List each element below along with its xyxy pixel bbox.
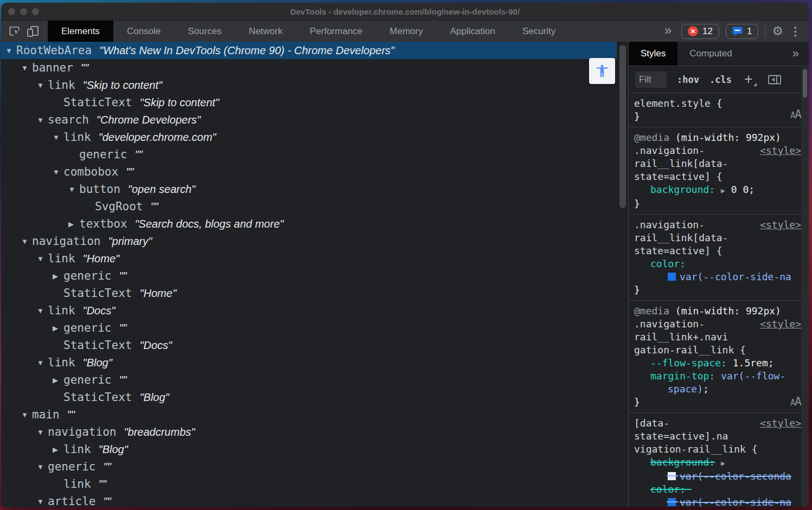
tree-row-link[interactable]: link"": [1, 475, 628, 493]
font-editor-icon[interactable]: AA: [790, 395, 801, 409]
tree-row-link[interactable]: ▼link"Skip to content": [1, 76, 628, 94]
settings-gear-icon[interactable]: ⚙: [772, 25, 783, 37]
tree-row-textbox[interactable]: ▶textbox"Search docs, blogs and more": [1, 215, 628, 233]
expand-arrow-icon[interactable]: ▼: [21, 237, 32, 246]
tree-row-svgroot[interactable]: SvgRoot"": [1, 198, 628, 215]
tab-console[interactable]: Console: [113, 21, 174, 42]
tree-scrollbar[interactable]: [617, 42, 628, 507]
expand-shorthand-icon[interactable]: ▶: [721, 186, 725, 195]
css-property[interactable]: margin-top:: [650, 370, 715, 382]
tree-row-article[interactable]: ▼article"": [1, 493, 628, 507]
tree-row-navigation[interactable]: ▼navigation"breadcrumbs": [1, 423, 628, 441]
tree-row-statictext[interactable]: StaticText"Skip to content": [1, 94, 628, 111]
css-var-link[interactable]: var(--color-seconda: [680, 470, 791, 482]
color-swatch[interactable]: [668, 273, 676, 281]
css-selector[interactable]: .navigation-: [634, 318, 705, 330]
expand-arrow-icon[interactable]: ▶: [53, 324, 63, 332]
css-property[interactable]: background:: [650, 456, 715, 468]
expand-arrow-icon[interactable]: ▼: [37, 255, 48, 263]
expand-arrow-icon[interactable]: ▼: [5, 47, 16, 55]
css-property[interactable]: background:: [650, 184, 715, 195]
issues-badge[interactable]: 1: [726, 24, 758, 39]
tree-row-link[interactable]: ▼link"developer.chrome.com": [1, 128, 628, 146]
color-swatch[interactable]: [668, 498, 676, 506]
sidebar-more-tabs-icon[interactable]: »: [792, 42, 809, 66]
tree-row-generic[interactable]: ▶generic"": [1, 267, 628, 285]
tab-security[interactable]: Security: [509, 21, 569, 42]
css-var-link[interactable]: var(--flow-: [721, 370, 785, 382]
expand-arrow-icon[interactable]: ▼: [53, 133, 63, 141]
minimize-button[interactable]: [20, 8, 27, 15]
css-value[interactable]: }: [634, 111, 640, 122]
inspect-element-icon[interactable]: [5, 21, 23, 42]
expand-arrow-icon[interactable]: ▼: [68, 185, 79, 193]
accessibility-toggle-button[interactable]: [589, 58, 615, 84]
css-value[interactable]: ;: [703, 383, 709, 395]
css-selector[interactable]: state=active] {: [634, 245, 723, 256]
css-selector[interactable]: rail__link+.navi: [634, 331, 728, 343]
tree-row-button[interactable]: ▼button"open search": [1, 180, 628, 198]
sidebar-tab-styles[interactable]: Styles: [629, 42, 677, 66]
tree-row-link[interactable]: ▼link"Home": [1, 250, 628, 267]
style-source-link[interactable]: <style>: [760, 318, 801, 331]
tab-sources[interactable]: Sources: [174, 21, 235, 42]
css-value[interactable]: 0 0;: [725, 184, 755, 195]
css-value[interactable]: 1.5rem;: [727, 357, 774, 369]
expand-arrow-icon[interactable]: ▶: [68, 220, 79, 228]
css-selector[interactable]: [data-: [634, 417, 669, 429]
tree-row-statictext[interactable]: StaticText"Blog": [1, 389, 628, 406]
tree-row-combobox[interactable]: ▼combobox"": [1, 163, 628, 180]
zoom-button[interactable]: [32, 8, 39, 15]
css-selector[interactable]: state=active].na: [634, 430, 728, 442]
css-value[interactable]: [715, 456, 721, 468]
css-value[interactable]: [715, 370, 721, 382]
expand-arrow-icon[interactable]: ▼: [37, 81, 48, 89]
color-swatch[interactable]: [668, 472, 676, 480]
error-badge[interactable]: ✕ 12: [681, 24, 719, 39]
tree-row-generic[interactable]: ▼generic"": [1, 458, 628, 475]
expand-shorthand-icon[interactable]: ▶: [721, 459, 725, 467]
menu-dots-icon[interactable]: ⋮: [790, 25, 801, 37]
css-var-link[interactable]: var(--color-side-na: [680, 271, 791, 282]
css-selector[interactable]: rail__link[data-: [634, 158, 728, 169]
font-editor-icon[interactable]: AA: [790, 108, 801, 122]
toggle-element-state-button[interactable]: :hov: [677, 74, 699, 85]
tree-row-search[interactable]: ▼search"Chrome Developers": [1, 111, 628, 128]
expand-arrow-icon[interactable]: ▼: [37, 463, 48, 471]
css-selector[interactable]: rail__link[data-: [634, 232, 728, 243]
expand-arrow-icon[interactable]: ▼: [37, 498, 48, 506]
tree-row-navigation[interactable]: ▼navigation"primary": [1, 233, 628, 250]
expand-arrow-icon[interactable]: ▶: [53, 272, 63, 280]
expand-arrow-icon[interactable]: ▼: [37, 116, 48, 124]
css-selector[interactable]: vigation-rail__link {: [634, 443, 758, 455]
style-source-link[interactable]: <style>: [760, 417, 801, 430]
tree-row-rootwebarea[interactable]: ▼RootWebArea"What's New In DevTools (Chr…: [1, 42, 628, 59]
element-classes-button[interactable]: .cls: [709, 74, 732, 85]
tree-row-link[interactable]: ▶link"Blog": [1, 441, 628, 458]
tree-scrollbar-thumb[interactable]: [619, 45, 626, 208]
css-value[interactable]: }: [634, 284, 640, 295]
css-value[interactable]: [715, 184, 721, 195]
css-property[interactable]: --flow-space:: [650, 357, 727, 369]
styles-scrollbar-thumb[interactable]: [803, 69, 807, 98]
new-style-rule-button[interactable]: +: [744, 72, 757, 87]
device-toolbar-icon[interactable]: [23, 21, 42, 42]
toggle-sidebar-icon[interactable]: [768, 75, 782, 85]
tab-network[interactable]: Network: [235, 21, 296, 42]
css-var-link[interactable]: var(--color-side-na: [680, 496, 791, 507]
expand-arrow-icon[interactable]: ▼: [21, 411, 32, 419]
css-selector[interactable]: gation-rail__link {: [634, 344, 746, 356]
styles-scrollbar[interactable]: [801, 67, 809, 507]
tree-row-generic[interactable]: ▶generic"": [1, 371, 628, 389]
css-selector[interactable]: element.style: [634, 98, 711, 109]
expand-arrow-icon[interactable]: ▶: [53, 446, 63, 454]
tree-row-generic[interactable]: generic"": [1, 146, 628, 163]
expand-arrow-icon[interactable]: ▼: [53, 168, 63, 176]
tree-row-main[interactable]: ▼main"": [1, 406, 628, 423]
expand-arrow-icon[interactable]: ▼: [21, 64, 32, 72]
expand-arrow-icon[interactable]: ▶: [53, 376, 63, 384]
close-button[interactable]: [8, 8, 15, 15]
css-value[interactable]: {: [711, 98, 723, 109]
styles-filter-input[interactable]: [635, 72, 667, 88]
css-value[interactable]: }: [634, 198, 640, 209]
